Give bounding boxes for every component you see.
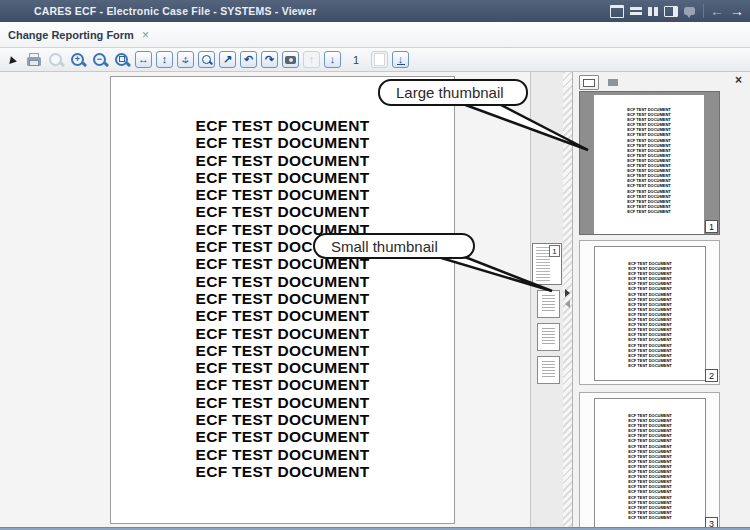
toolbar-collapse-icon[interactable]: [3, 51, 21, 69]
page-number: 1: [345, 51, 367, 69]
viewer-toolbar: + − ↔ ↕ ↔ ↕ ↗ ↶ ↷ ↑ ↓ 1 ↓: [0, 48, 750, 72]
thumbnail-panel: × ECF TEST DOCUMENTECF TEST DOCUMENTECF …: [572, 72, 750, 527]
callout-small-thumbnail: Small thumbnail: [313, 233, 475, 259]
callout-large-thumbnail: Large thumbnail: [378, 79, 528, 106]
thumbnail-page-image: ECF TEST DOCUMENTECF TEST DOCUMENTECF TE…: [594, 398, 706, 527]
fit-height-icon[interactable]: ↕: [156, 51, 173, 68]
small-thumbnail-page-3[interactable]: [537, 323, 560, 351]
zoom-out-icon[interactable]: −: [91, 51, 109, 69]
small-thumbnail-mode-button[interactable]: [604, 75, 622, 90]
thumbnail-page-badge: 2: [705, 369, 718, 382]
thumbnail-page-1[interactable]: ECF TEST DOCUMENTECF TEST DOCUMENTECF TE…: [579, 91, 720, 235]
export-icon[interactable]: ↗: [219, 51, 236, 68]
thumbnail-page-2[interactable]: ECF TEST DOCUMENTECF TEST DOCUMENTECF TE…: [579, 240, 720, 385]
fit-page-icon[interactable]: ↔ ↕: [177, 51, 194, 68]
divider: [703, 4, 704, 18]
vertical-split-icon[interactable]: [648, 7, 659, 16]
zoom-select-icon[interactable]: [113, 51, 131, 69]
small-thumbnail-page-2[interactable]: [537, 290, 560, 318]
dynamic-zoom-icon[interactable]: [198, 51, 215, 68]
zoom-region-icon: [47, 51, 65, 69]
horizontal-split-icon[interactable]: [630, 7, 642, 16]
rotate-right-icon[interactable]: ↷: [261, 51, 278, 68]
document-page: ECF TEST DOCUMENTECF TEST DOCUMENTECF TE…: [110, 76, 455, 524]
zoom-in-icon[interactable]: +: [69, 51, 87, 69]
tab-change-reporting-form[interactable]: Change Reporting Form ×: [8, 29, 149, 41]
single-layout-icon[interactable]: [610, 5, 624, 18]
window-controls: ← →: [610, 0, 745, 22]
small-thumbnail-page-4[interactable]: [537, 356, 560, 384]
rotate-left-icon[interactable]: ↶: [240, 51, 257, 68]
page-texture: [536, 247, 550, 281]
splitter-expand-icon[interactable]: [565, 289, 570, 297]
first-page-icon: [371, 51, 388, 68]
forward-arrow-icon[interactable]: →: [730, 0, 744, 22]
next-page-icon[interactable]: ↓: [324, 51, 341, 68]
back-arrow-icon[interactable]: ←: [710, 0, 724, 22]
panel-close-icon[interactable]: ×: [735, 74, 742, 86]
splitter-collapse-icon[interactable]: [565, 300, 570, 308]
small-thumbnail-page-1[interactable]: 1: [532, 243, 562, 285]
previous-page-icon: ↑: [303, 51, 320, 68]
viewer-window: CARES ECF - Electronic Case File - SYSTE…: [0, 0, 750, 530]
snapshot-icon[interactable]: [282, 51, 299, 68]
thumbnail-page-badge: 1: [705, 220, 718, 233]
document-text: ECF TEST DOCUMENTECF TEST DOCUMENTECF TE…: [111, 77, 454, 480]
thumbnail-page-image: ECF TEST DOCUMENTECF TEST DOCUMENTECF TE…: [594, 246, 706, 381]
thumbnail-page-badge: 3: [705, 517, 718, 527]
side-panel-icon[interactable]: [664, 6, 678, 17]
tab-label: Change Reporting Form: [8, 29, 134, 41]
title-bar: CARES ECF - Electronic Case File - SYSTE…: [0, 0, 750, 22]
print-icon[interactable]: [25, 51, 43, 69]
last-page-icon[interactable]: ↓: [392, 51, 409, 68]
small-thumbnail-badge: 1: [549, 245, 560, 257]
comment-bubble-icon: [684, 7, 695, 15]
fit-width-icon[interactable]: ↔: [135, 51, 152, 68]
thumbnail-page-3[interactable]: ECF TEST DOCUMENTECF TEST DOCUMENTECF TE…: [579, 392, 720, 527]
window-title: CARES ECF - Electronic Case File - SYSTE…: [34, 5, 317, 17]
tab-bar: Change Reporting Form ×: [0, 22, 750, 48]
thumbnail-page-image: ECF TEST DOCUMENTECF TEST DOCUMENTECF TE…: [594, 95, 704, 234]
large-thumbnail-mode-button[interactable]: [579, 75, 599, 90]
tab-close-icon[interactable]: ×: [142, 29, 149, 41]
